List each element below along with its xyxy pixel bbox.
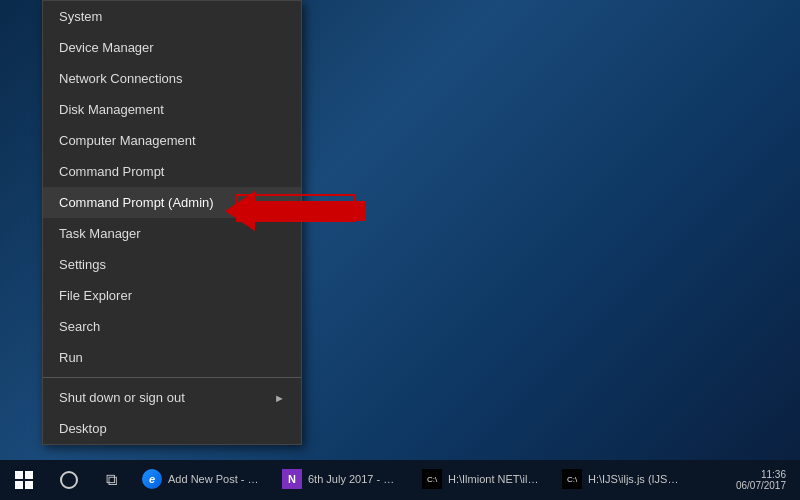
cmd-icon-2: C:\ xyxy=(562,469,582,489)
desktop: System Device Manager Network Connection… xyxy=(0,0,800,460)
submenu-arrow-icon: ► xyxy=(274,392,285,404)
svg-marker-0 xyxy=(225,191,365,231)
search-icon xyxy=(60,471,78,489)
menu-item-search[interactable]: Search xyxy=(43,311,301,342)
taskbar-item-cmd1[interactable]: C:\ H:\Ilmiont NET\ilm... xyxy=(412,460,552,500)
task-view-button[interactable]: ⧉ xyxy=(90,460,132,500)
menu-item-shut-down[interactable]: Shut down or sign out ► xyxy=(43,382,301,413)
menu-item-settings[interactable]: Settings xyxy=(43,249,301,280)
menu-item-command-prompt[interactable]: Command Prompt xyxy=(43,156,301,187)
taskbar-item-cmd2-label: H:\IJS\iljs.js (IJS) - ... xyxy=(588,473,682,485)
taskbar-item-edge-label: Add New Post - One... xyxy=(168,473,262,485)
menu-item-network-connections[interactable]: Network Connections xyxy=(43,63,301,94)
tray-clock: 11:36 06/07/2017 xyxy=(730,469,792,491)
edge-icon: e xyxy=(142,469,162,489)
taskbar-item-onenote-label: 6th July 2017 - One... xyxy=(308,473,402,485)
tray-date-display: 06/07/2017 xyxy=(736,480,786,491)
start-button[interactable] xyxy=(0,460,48,500)
cmd-icon-1: C:\ xyxy=(422,469,442,489)
taskbar-search-button[interactable] xyxy=(48,460,90,500)
annotation-arrow-svg xyxy=(225,186,365,236)
taskbar-item-onenote[interactable]: N 6th July 2017 - One... xyxy=(272,460,412,500)
menu-item-device-manager[interactable]: Device Manager xyxy=(43,32,301,63)
menu-item-desktop[interactable]: Desktop xyxy=(43,413,301,444)
task-view-icon: ⧉ xyxy=(106,471,117,489)
onenote-icon: N xyxy=(282,469,302,489)
tray-time-display: 11:36 xyxy=(761,469,786,480)
menu-separator xyxy=(43,377,301,378)
taskbar-items: e Add New Post - One... N 6th July 2017 … xyxy=(132,460,722,500)
taskbar-item-edge[interactable]: e Add New Post - One... xyxy=(132,460,272,500)
menu-item-computer-management[interactable]: Computer Management xyxy=(43,125,301,156)
menu-item-disk-management[interactable]: Disk Management xyxy=(43,94,301,125)
windows-logo-icon xyxy=(15,471,33,489)
menu-item-run[interactable]: Run xyxy=(43,342,301,373)
menu-item-file-explorer[interactable]: File Explorer xyxy=(43,280,301,311)
taskbar-item-cmd1-label: H:\Ilmiont NET\ilm... xyxy=(448,473,542,485)
system-tray: 11:36 06/07/2017 xyxy=(722,469,800,491)
menu-item-system[interactable]: System xyxy=(43,1,301,32)
taskbar: ⧉ e Add New Post - One... N 6th July 201… xyxy=(0,460,800,500)
taskbar-item-cmd2[interactable]: C:\ H:\IJS\iljs.js (IJS) - ... xyxy=(552,460,692,500)
